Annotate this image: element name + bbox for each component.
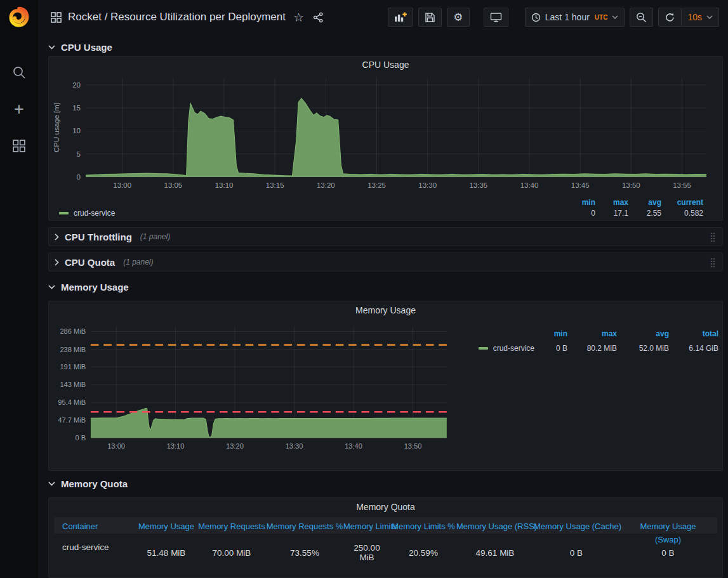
grafana-app: + Rocket / Resource Utilization per (0, 0, 728, 578)
svg-text:0 B: 0 B (75, 434, 86, 442)
table-cell: 73.55% (266, 548, 343, 558)
star-icon[interactable]: ☆ (292, 11, 305, 23)
dashboard-settings-button[interactable]: ⚙ (447, 8, 470, 27)
refresh-interval-picker[interactable]: 10s (682, 8, 719, 27)
column-header[interactable]: Memory Requests % (266, 520, 343, 534)
series-color-swatch (59, 212, 69, 214)
panel-title[interactable]: Memory Quota (49, 498, 722, 516)
column-header[interactable]: Memory Usage (Cache) (534, 520, 619, 534)
svg-text:13:05: 13:05 (164, 181, 182, 189)
svg-text:13:10: 13:10 (167, 442, 185, 450)
legend-stat-value: 52.0 MiB (617, 344, 669, 353)
cpu-usage-chart[interactable]: 13:0013:0513:1013:1513:2013:2513:3013:35… (51, 73, 711, 194)
svg-text:13:35: 13:35 (469, 181, 487, 189)
chevron-down-icon (706, 15, 713, 19)
legend-stat-header[interactable]: min (534, 329, 567, 338)
svg-text:13:10: 13:10 (215, 181, 234, 189)
table-cell: 0 B (534, 548, 619, 558)
chevron-right-icon (55, 259, 59, 266)
svg-text:13:20: 13:20 (226, 442, 244, 450)
svg-text:95.4 MiB: 95.4 MiB (58, 398, 86, 406)
topbar: Rocket / Resource Utilization per Deploy… (38, 0, 728, 34)
chevron-down-icon (48, 285, 55, 289)
svg-text:13:50: 13:50 (622, 181, 640, 189)
svg-text:143 MiB: 143 MiB (60, 381, 86, 388)
svg-text:13:00: 13:00 (113, 181, 131, 189)
dashboards-icon[interactable] (9, 136, 29, 156)
svg-text:0: 0 (77, 173, 81, 181)
chevron-right-icon (55, 233, 59, 240)
legend-stat-value: 0.582 (661, 209, 703, 218)
chevron-down-icon (48, 45, 55, 49)
refresh-button[interactable] (658, 8, 682, 27)
table-cell: 49.61 MiB (456, 548, 534, 558)
add-panel-button[interactable] (388, 8, 413, 27)
column-header[interactable]: Memory Usage (135, 520, 197, 534)
share-icon[interactable] (312, 12, 325, 23)
legend-stat-value: 0 B (534, 344, 567, 353)
panel-count: (1 panel) (123, 258, 153, 266)
column-header[interactable]: Memory Usage (Swap) (633, 520, 704, 547)
time-range-picker[interactable]: Last 1 hour UTC (525, 8, 625, 27)
save-dashboard-button[interactable] (418, 8, 442, 27)
row-header-memory-usage[interactable]: Memory Usage (48, 278, 723, 296)
panel-title[interactable]: CPU Usage (49, 56, 722, 73)
clock-icon (531, 13, 541, 22)
svg-text:15: 15 (72, 104, 81, 112)
dashboard-content: CPU Usage CPU Usage 13:0013:0513:1013:15… (38, 34, 728, 578)
time-range-label: Last 1 hour (545, 12, 590, 22)
main-area: Rocket / Resource Utilization per Deploy… (38, 0, 728, 578)
svg-text:238 MiB: 238 MiB (60, 346, 86, 353)
column-header[interactable]: Memory Limits % (390, 520, 456, 534)
section-title: CPU Quota (65, 257, 115, 268)
legend-series-label[interactable]: crud-service (479, 344, 534, 353)
row-header-cpu-usage[interactable]: CPU Usage (48, 38, 723, 56)
cpu-usage-panel: CPU Usage 13:0013:0513:1013:1513:2013:25… (48, 56, 723, 221)
memory-quota-table: ContainerMemory UsageMemory RequestsMemo… (54, 517, 717, 572)
legend-stat-header[interactable]: total (669, 329, 718, 338)
svg-text:13:40: 13:40 (345, 442, 362, 450)
search-icon[interactable] (9, 62, 29, 82)
legend-stat-header[interactable]: avg (628, 198, 661, 207)
column-header[interactable]: Container (54, 520, 135, 534)
table-cell: 51.48 MiB (135, 548, 197, 558)
row-header-memory-quota[interactable]: Memory Quota (48, 475, 723, 492)
kiosk-mode-button[interactable] (484, 8, 508, 27)
grafana-logo[interactable] (7, 5, 31, 29)
drag-handle-icon[interactable]: ⣿ (710, 257, 716, 267)
row-header-cpu-quota[interactable]: CPU Quota (1 panel) ⣿ (48, 253, 723, 272)
column-header[interactable]: Memory Limits (343, 520, 390, 534)
svg-text:13:55: 13:55 (673, 181, 691, 189)
legend-stat-header[interactable]: min (562, 198, 595, 207)
table-cell: 0 B (619, 548, 717, 558)
legend-series-label[interactable]: crud-service (59, 209, 115, 218)
dashboard-title[interactable]: Rocket / Resource Utilization per Deploy… (68, 11, 286, 23)
panel-count: (1 panel) (140, 232, 170, 241)
section-title: CPU Throttling (65, 232, 132, 242)
panel-title[interactable]: Memory Usage (49, 301, 722, 319)
row-header-cpu-throttling[interactable]: CPU Throttling (1 panel) ⣿ (48, 227, 723, 246)
column-header[interactable]: Memory Usage (RSS) (456, 520, 534, 534)
zoom-out-button[interactable] (630, 8, 653, 27)
memory-usage-panel: Memory Usage 13:0013:1013:2013:3013:4013… (48, 301, 723, 471)
legend-stat-header[interactable]: max (567, 329, 617, 338)
svg-text:13:25: 13:25 (367, 181, 386, 189)
create-plus-icon[interactable]: + (9, 99, 29, 119)
svg-text:10: 10 (72, 127, 81, 135)
legend-stat-header[interactable]: avg (617, 329, 669, 338)
svg-text:13:40: 13:40 (520, 181, 539, 189)
svg-text:CPU usage [m]: CPU usage [m] (53, 103, 60, 152)
legend-stat-header[interactable]: max (595, 198, 628, 207)
legend-stat-header[interactable]: current (661, 198, 703, 207)
dashboard-grid-icon[interactable] (51, 12, 62, 23)
svg-text:20: 20 (72, 81, 81, 89)
svg-text:13:15: 13:15 (266, 181, 284, 189)
svg-text:13:00: 13:00 (107, 442, 125, 450)
memory-usage-chart[interactable]: 13:0013:1013:2013:3013:4013:500 B47.7 Mi… (51, 319, 451, 456)
section-title: CPU Usage (61, 42, 112, 53)
legend-stat-value: 2.55 (628, 209, 661, 218)
legend-stat-value: 6.14 GiB (669, 344, 718, 353)
table-row[interactable]: crud-service51.48 MiB70.00 MiB73.55%250.… (54, 534, 717, 572)
column-header[interactable]: Memory Requests (197, 520, 266, 534)
drag-handle-icon[interactable]: ⣿ (710, 232, 716, 242)
